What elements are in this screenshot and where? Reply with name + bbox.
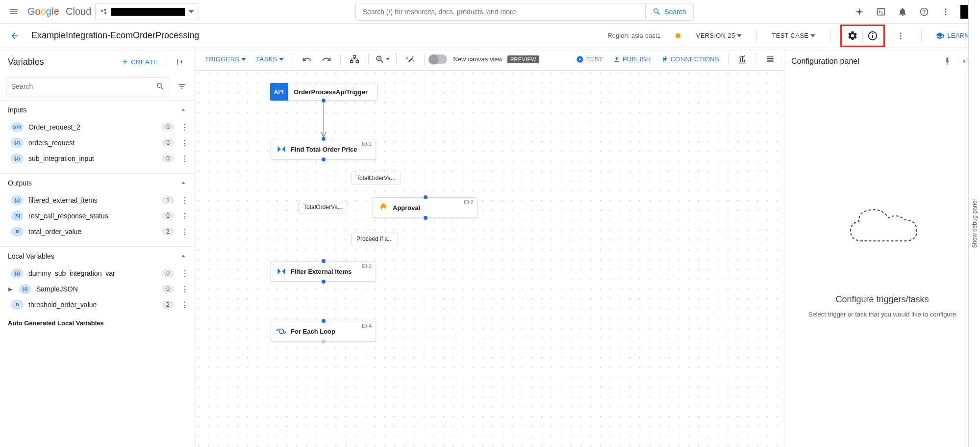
canvas-view-toggle[interactable]	[429, 54, 447, 64]
zoom-dropdown[interactable]	[374, 51, 391, 68]
info-icon[interactable]	[863, 27, 882, 45]
page-title: ExampleIntegration-EcomOrderProcessing	[31, 30, 600, 41]
edge-condition[interactable]: TotalOrderVa...	[298, 201, 348, 213]
expand-icon[interactable]: ▶	[7, 286, 14, 292]
variable-row[interactable]: {J} orders_request 0 ⋮	[0, 135, 196, 151]
layout-icon[interactable]	[346, 51, 363, 68]
create-button[interactable]: CREATE	[121, 58, 158, 66]
canvas-edges	[196, 71, 343, 144]
task-node-4[interactable]: ID:4 For Each Loop	[271, 321, 376, 342]
tasks-dropdown[interactable]: TASKS	[252, 51, 288, 68]
menu-icon[interactable]	[4, 2, 24, 22]
row-menu-icon[interactable]: ⋮	[179, 300, 191, 310]
chevron-down-icon	[810, 34, 815, 37]
row-menu-icon[interactable]: ⋮	[179, 269, 191, 278]
section-outputs[interactable]: Outputs	[0, 174, 196, 192]
port[interactable]	[322, 319, 326, 323]
port[interactable]	[322, 137, 326, 141]
port[interactable]	[424, 195, 427, 199]
edge-condition[interactable]: Proceed if a...	[351, 233, 398, 245]
debug-panel-toggle[interactable]: Show debug panel	[968, 0, 980, 447]
task-node-2[interactable]: ID:2 Approval	[373, 197, 478, 218]
variable-row[interactable]: {J} sub_integration_input 0 ⋮	[0, 151, 196, 166]
variable-row[interactable]: D total_order_value 2 ⋮	[0, 224, 196, 239]
count-badge: 1	[162, 196, 174, 204]
type-badge: {J}	[11, 268, 24, 278]
variable-search-input[interactable]	[11, 82, 156, 90]
notifications-icon[interactable]	[893, 2, 912, 22]
port[interactable]	[322, 259, 326, 263]
settings-icon[interactable]	[843, 27, 862, 45]
svg-point-9	[945, 13, 947, 15]
svg-rect-4	[878, 8, 885, 15]
preview-badge: PREVIEW	[507, 55, 539, 63]
port[interactable]	[322, 158, 326, 161]
variable-row[interactable]: {J} filtered_external_items 1 ⋮	[0, 192, 196, 208]
testcase-dropdown[interactable]: TEST CASE	[767, 27, 820, 44]
list-icon[interactable]	[761, 51, 779, 68]
type-badge: D	[11, 227, 24, 237]
plus-icon	[121, 58, 129, 66]
publish-button[interactable]: PUBLISH	[609, 51, 655, 68]
section-inputs[interactable]: Inputs	[0, 101, 196, 119]
connections-icon	[661, 55, 669, 63]
port[interactable]	[424, 216, 427, 220]
cloud-shell-icon[interactable]	[871, 2, 891, 22]
edge-condition[interactable]: TotalOrderVa...	[351, 172, 401, 184]
variable-row[interactable]: [S] rest_call_response_status 0 ⋮	[0, 208, 196, 224]
row-menu-icon[interactable]: ⋮	[179, 196, 191, 205]
test-button[interactable]: TEST	[572, 51, 606, 68]
pin-icon[interactable]	[940, 54, 955, 69]
undo-icon[interactable]	[298, 51, 316, 68]
more-icon[interactable]	[936, 2, 955, 22]
google-cloud-logo[interactable]: Google Cloud	[27, 6, 91, 18]
stats-icon[interactable]	[733, 51, 751, 68]
gemini-icon[interactable]	[850, 2, 869, 22]
triggers-dropdown[interactable]: TRIGGERS	[201, 51, 250, 68]
search-icon	[653, 7, 661, 16]
svg-point-3	[104, 12, 106, 14]
canvas-area: TRIGGERS TASKS New canvas view PREVIEW	[196, 48, 784, 447]
variable-row[interactable]: ▶ {J} SampleJSON 0 ⋮	[0, 281, 196, 297]
row-menu-icon[interactable]: ⋮	[179, 123, 191, 132]
magic-wand-icon[interactable]	[402, 51, 419, 68]
chevron-up-icon	[179, 252, 188, 261]
filter-icon[interactable]	[174, 79, 190, 94]
back-button[interactable]	[6, 27, 24, 45]
port[interactable]	[322, 99, 326, 103]
task-node-1[interactable]: ID:1 Find Total Order Price	[271, 139, 376, 159]
search-input[interactable]	[356, 8, 646, 16]
svg-point-13	[900, 32, 902, 34]
chevron-down-icon	[737, 34, 742, 37]
trigger-node[interactable]: API OrderProcessApiTrigger	[270, 83, 377, 101]
variable-row[interactable]: D threshold_order_value 2 ⋮	[0, 297, 196, 313]
help-icon[interactable]: ?	[914, 2, 934, 22]
section-locals[interactable]: Local Variables	[0, 247, 196, 265]
variable-row[interactable]: {J} dummy_sub_integration_var 0 ⋮	[0, 265, 196, 281]
row-menu-icon[interactable]: ⋮	[179, 154, 191, 163]
row-menu-icon[interactable]: ⋮	[179, 211, 191, 221]
project-selector[interactable]	[95, 3, 199, 20]
variable-row[interactable]: STR Order_request_2 0 ⋮	[0, 119, 196, 135]
top-bar: Google Cloud Search ?	[0, 0, 980, 24]
version-dropdown[interactable]: VERSION 25	[691, 27, 747, 44]
row-menu-icon[interactable]: ⋮	[179, 138, 191, 148]
type-badge: D	[11, 300, 24, 310]
connections-button[interactable]: CONNECTIONS	[657, 51, 723, 68]
row-menu-icon[interactable]: ⋮	[179, 227, 191, 237]
redo-icon[interactable]	[318, 51, 335, 68]
cloud-text: Cloud	[66, 6, 91, 17]
canvas[interactable]: API OrderProcessApiTrigger ID:1 Find Tot…	[196, 71, 784, 447]
row-menu-icon[interactable]: ⋮	[179, 285, 191, 294]
count-badge: 0	[162, 269, 174, 277]
port[interactable]	[322, 340, 326, 343]
overflow-icon[interactable]	[893, 26, 908, 46]
dropdown-icon	[189, 10, 194, 13]
learn-button[interactable]: LEARN	[930, 31, 974, 40]
collapse-sidebar-icon[interactable]	[172, 54, 188, 70]
cloud-icon	[843, 204, 922, 253]
port[interactable]	[322, 280, 326, 284]
chevron-down-icon	[241, 58, 246, 61]
task-node-3[interactable]: ID:3 Filter External Items	[271, 261, 376, 282]
search-button[interactable]: Search	[645, 3, 693, 20]
